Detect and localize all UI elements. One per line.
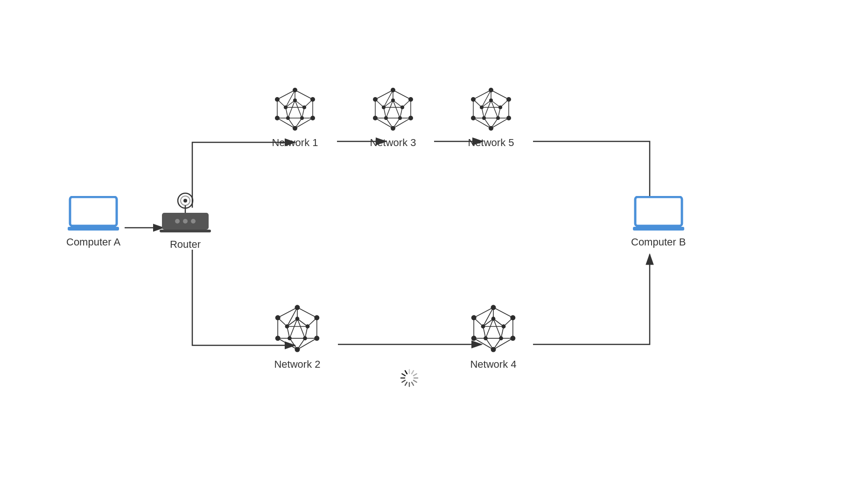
svg-line-144 xyxy=(297,338,305,350)
svg-line-45 xyxy=(295,118,302,128)
svg-point-18 xyxy=(183,199,187,203)
svg-line-109 xyxy=(500,99,509,107)
svg-line-180 xyxy=(474,318,483,327)
network3-label: Network 3 xyxy=(370,137,416,149)
svg-line-10 xyxy=(402,380,405,382)
computer-b-label: Computer B xyxy=(631,236,686,248)
svg-line-145 xyxy=(290,338,298,350)
svg-line-104 xyxy=(491,118,509,128)
svg-line-72 xyxy=(375,118,393,128)
computer-a-label: Computer A xyxy=(66,236,120,248)
svg-line-105 xyxy=(473,118,491,128)
svg-line-38 xyxy=(295,118,313,128)
network4-node: Network 4 xyxy=(468,303,519,371)
svg-point-21 xyxy=(175,219,180,224)
svg-line-51 xyxy=(302,107,304,118)
network-diagram: Computer A Router xyxy=(48,42,794,462)
svg-line-12 xyxy=(402,374,405,376)
svg-line-6 xyxy=(414,380,417,382)
arrows-layer xyxy=(48,42,794,462)
arrow-n4-to-computerB xyxy=(533,254,650,344)
network2-node: Network 2 xyxy=(272,303,323,371)
svg-line-117 xyxy=(498,107,500,118)
svg-line-13 xyxy=(405,371,407,374)
svg-rect-14 xyxy=(70,197,117,226)
network2-icon xyxy=(272,303,323,355)
svg-line-111 xyxy=(491,118,498,128)
svg-line-183 xyxy=(501,327,504,338)
svg-line-138 xyxy=(278,338,297,350)
loading-spinner xyxy=(401,370,418,386)
svg-line-48 xyxy=(277,99,286,107)
svg-line-112 xyxy=(484,118,491,128)
network4-icon xyxy=(468,303,519,355)
network5-icon xyxy=(468,86,514,133)
svg-line-170 xyxy=(493,338,513,350)
network4-label: Network 4 xyxy=(470,358,516,371)
computer-b-icon xyxy=(633,196,684,232)
svg-line-114 xyxy=(473,99,482,107)
svg-line-142 xyxy=(308,318,317,327)
svg-line-39 xyxy=(277,118,295,128)
svg-line-86 xyxy=(384,107,386,118)
svg-line-171 xyxy=(474,338,493,350)
svg-line-84 xyxy=(400,107,402,118)
svg-line-53 xyxy=(286,107,288,118)
network1-icon xyxy=(272,86,318,133)
svg-line-71 xyxy=(393,118,411,128)
network5-label: Network 5 xyxy=(468,137,514,149)
svg-rect-24 xyxy=(160,230,211,232)
svg-rect-190 xyxy=(635,197,682,226)
svg-line-147 xyxy=(278,318,287,327)
svg-line-81 xyxy=(375,99,384,107)
network5-node: Network 5 xyxy=(468,86,514,149)
svg-point-22 xyxy=(183,219,188,224)
svg-line-185 xyxy=(483,327,486,338)
svg-line-3 xyxy=(412,371,414,374)
network1-label: Network 1 xyxy=(272,137,318,149)
svg-rect-15 xyxy=(68,227,119,231)
svg-line-102 xyxy=(491,90,509,99)
svg-line-175 xyxy=(504,318,513,327)
svg-line-4 xyxy=(414,374,417,376)
svg-line-46 xyxy=(288,118,295,128)
svg-rect-191 xyxy=(633,227,684,231)
svg-line-36 xyxy=(295,90,313,99)
svg-line-150 xyxy=(305,327,308,338)
svg-line-178 xyxy=(486,338,494,350)
svg-line-119 xyxy=(482,107,484,118)
router-label: Router xyxy=(170,238,201,251)
svg-line-9 xyxy=(405,382,407,385)
svg-line-78 xyxy=(393,118,400,128)
computer-a-node: Computer A xyxy=(66,196,120,248)
svg-line-135 xyxy=(297,308,317,318)
svg-line-137 xyxy=(297,338,317,350)
svg-line-69 xyxy=(393,90,411,99)
svg-line-7 xyxy=(412,382,414,385)
network3-icon xyxy=(370,86,416,133)
network2-label: Network 2 xyxy=(274,358,320,371)
router-icon xyxy=(160,190,211,235)
svg-line-152 xyxy=(287,327,290,338)
computer-b-node: Computer B xyxy=(631,196,686,248)
svg-line-79 xyxy=(386,118,393,128)
network3-node: Network 3 xyxy=(370,86,416,149)
network1-node: Network 1 xyxy=(272,86,318,149)
svg-line-177 xyxy=(493,338,501,350)
computer-a-icon xyxy=(68,196,119,232)
svg-line-76 xyxy=(402,99,411,107)
svg-line-168 xyxy=(493,308,513,318)
router-node: Router xyxy=(160,190,211,251)
svg-point-23 xyxy=(191,219,196,224)
svg-line-43 xyxy=(304,99,313,107)
